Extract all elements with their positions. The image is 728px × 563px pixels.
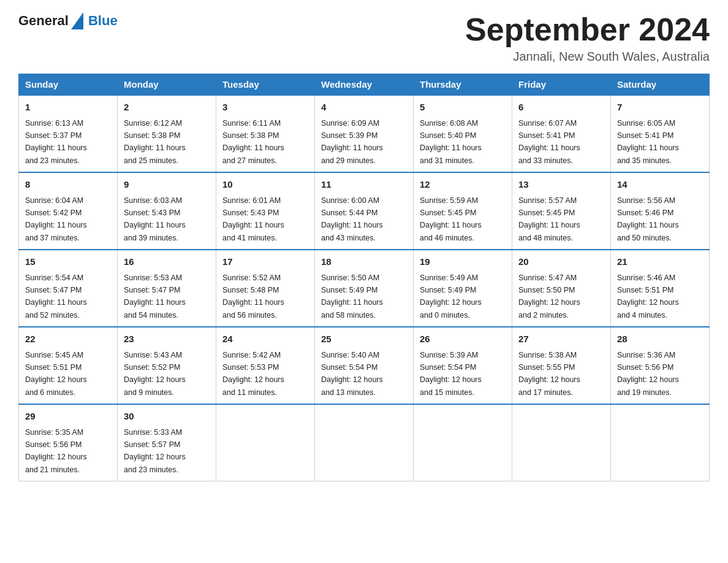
day-info: Sunrise: 5:59 AMSunset: 5:45 PMDaylight:… bbox=[420, 196, 482, 242]
day-number: 12 bbox=[420, 178, 506, 192]
logo: General Blue bbox=[18, 12, 118, 29]
calendar-cell bbox=[216, 404, 315, 481]
day-number: 16 bbox=[124, 255, 210, 269]
day-number: 10 bbox=[222, 178, 308, 192]
header-thursday: Thursday bbox=[414, 74, 512, 96]
day-number: 28 bbox=[617, 332, 703, 347]
calendar-cell: 25 Sunrise: 5:40 AMSunset: 5:54 PMDaylig… bbox=[315, 327, 414, 404]
day-number: 5 bbox=[420, 101, 506, 115]
day-number: 3 bbox=[222, 101, 308, 115]
title-block: September 2024 Jannali, New South Wales,… bbox=[465, 12, 710, 64]
header-tuesday: Tuesday bbox=[216, 74, 315, 96]
calendar-cell: 22 Sunrise: 5:45 AMSunset: 5:51 PMDaylig… bbox=[19, 327, 118, 404]
calendar-cell: 17 Sunrise: 5:52 AMSunset: 5:48 PMDaylig… bbox=[216, 250, 315, 327]
day-info: Sunrise: 5:38 AMSunset: 5:55 PMDaylight:… bbox=[518, 351, 580, 397]
day-info: Sunrise: 6:07 AMSunset: 5:41 PMDaylight:… bbox=[518, 119, 580, 165]
day-info: Sunrise: 5:45 AMSunset: 5:51 PMDaylight:… bbox=[25, 351, 87, 397]
day-info: Sunrise: 5:33 AMSunset: 5:57 PMDaylight:… bbox=[124, 428, 186, 474]
calendar-cell: 9 Sunrise: 6:03 AMSunset: 5:43 PMDayligh… bbox=[118, 172, 216, 250]
header-saturday: Saturday bbox=[611, 74, 710, 96]
day-number: 27 bbox=[518, 332, 604, 347]
day-number: 7 bbox=[617, 101, 703, 115]
calendar-cell: 20 Sunrise: 5:47 AMSunset: 5:50 PMDaylig… bbox=[512, 250, 611, 327]
calendar-cell: 29 Sunrise: 5:35 AMSunset: 5:56 PMDaylig… bbox=[19, 404, 118, 481]
day-number: 18 bbox=[321, 255, 407, 269]
day-number: 17 bbox=[222, 255, 308, 269]
calendar-cell: 14 Sunrise: 5:56 AMSunset: 5:46 PMDaylig… bbox=[611, 172, 710, 250]
calendar-cell: 12 Sunrise: 5:59 AMSunset: 5:45 PMDaylig… bbox=[414, 172, 512, 250]
day-number: 4 bbox=[321, 101, 407, 115]
calendar-cell: 4 Sunrise: 6:09 AMSunset: 5:39 PMDayligh… bbox=[315, 95, 414, 172]
logo-triangle-icon bbox=[71, 12, 83, 29]
calendar-cell: 26 Sunrise: 5:39 AMSunset: 5:54 PMDaylig… bbox=[414, 327, 512, 404]
header-friday: Friday bbox=[512, 74, 611, 96]
day-number: 26 bbox=[420, 332, 506, 347]
calendar-header-row: SundayMondayTuesdayWednesdayThursdayFrid… bbox=[19, 74, 710, 96]
calendar-cell: 8 Sunrise: 6:04 AMSunset: 5:42 PMDayligh… bbox=[19, 172, 118, 250]
calendar-cell: 21 Sunrise: 5:46 AMSunset: 5:51 PMDaylig… bbox=[611, 250, 710, 327]
day-number: 24 bbox=[222, 332, 308, 347]
day-info: Sunrise: 5:39 AMSunset: 5:54 PMDaylight:… bbox=[420, 351, 482, 397]
calendar-cell: 28 Sunrise: 5:36 AMSunset: 5:56 PMDaylig… bbox=[611, 327, 710, 404]
day-number: 30 bbox=[124, 410, 210, 424]
calendar-cell: 5 Sunrise: 6:08 AMSunset: 5:40 PMDayligh… bbox=[414, 95, 512, 172]
week-row-2: 8 Sunrise: 6:04 AMSunset: 5:42 PMDayligh… bbox=[19, 172, 710, 250]
svg-marker-0 bbox=[71, 12, 83, 29]
day-number: 6 bbox=[518, 101, 604, 115]
calendar-cell: 16 Sunrise: 5:53 AMSunset: 5:47 PMDaylig… bbox=[118, 250, 216, 327]
day-info: Sunrise: 5:36 AMSunset: 5:56 PMDaylight:… bbox=[617, 351, 679, 397]
calendar-cell: 6 Sunrise: 6:07 AMSunset: 5:41 PMDayligh… bbox=[512, 95, 611, 172]
calendar-cell: 11 Sunrise: 6:00 AMSunset: 5:44 PMDaylig… bbox=[315, 172, 414, 250]
calendar-table: SundayMondayTuesdayWednesdayThursdayFrid… bbox=[18, 74, 710, 481]
day-number: 14 bbox=[617, 178, 703, 192]
calendar-cell bbox=[315, 404, 414, 481]
day-info: Sunrise: 5:54 AMSunset: 5:47 PMDaylight:… bbox=[25, 274, 87, 320]
day-info: Sunrise: 5:50 AMSunset: 5:49 PMDaylight:… bbox=[321, 274, 383, 320]
calendar-cell: 10 Sunrise: 6:01 AMSunset: 5:43 PMDaylig… bbox=[216, 172, 315, 250]
calendar-cell bbox=[512, 404, 611, 481]
day-number: 20 bbox=[518, 255, 604, 269]
week-row-1: 1 Sunrise: 6:13 AMSunset: 5:37 PMDayligh… bbox=[19, 95, 710, 172]
week-row-4: 22 Sunrise: 5:45 AMSunset: 5:51 PMDaylig… bbox=[19, 327, 710, 404]
day-info: Sunrise: 6:01 AMSunset: 5:43 PMDaylight:… bbox=[222, 196, 284, 242]
day-info: Sunrise: 5:52 AMSunset: 5:48 PMDaylight:… bbox=[222, 274, 284, 320]
calendar-cell: 27 Sunrise: 5:38 AMSunset: 5:55 PMDaylig… bbox=[512, 327, 611, 404]
location-subtitle: Jannali, New South Wales, Australia bbox=[465, 50, 710, 64]
day-number: 9 bbox=[124, 178, 210, 192]
day-info: Sunrise: 5:49 AMSunset: 5:49 PMDaylight:… bbox=[420, 274, 482, 320]
day-number: 29 bbox=[25, 410, 111, 424]
day-info: Sunrise: 5:42 AMSunset: 5:53 PMDaylight:… bbox=[222, 351, 284, 397]
day-number: 11 bbox=[321, 178, 407, 192]
day-info: Sunrise: 5:47 AMSunset: 5:50 PMDaylight:… bbox=[518, 274, 580, 320]
week-row-3: 15 Sunrise: 5:54 AMSunset: 5:47 PMDaylig… bbox=[19, 250, 710, 327]
calendar-cell: 3 Sunrise: 6:11 AMSunset: 5:38 PMDayligh… bbox=[216, 95, 315, 172]
logo-text-blue: Blue bbox=[88, 13, 118, 29]
day-info: Sunrise: 5:53 AMSunset: 5:47 PMDaylight:… bbox=[124, 274, 186, 320]
calendar-cell bbox=[414, 404, 512, 481]
calendar-cell bbox=[611, 404, 710, 481]
calendar-cell: 7 Sunrise: 6:05 AMSunset: 5:41 PMDayligh… bbox=[611, 95, 710, 172]
logo-text-general: General bbox=[18, 13, 69, 29]
day-info: Sunrise: 6:11 AMSunset: 5:38 PMDaylight:… bbox=[222, 119, 284, 165]
header-monday: Monday bbox=[118, 74, 216, 96]
header-wednesday: Wednesday bbox=[315, 74, 414, 96]
day-info: Sunrise: 5:56 AMSunset: 5:46 PMDaylight:… bbox=[617, 196, 679, 242]
day-number: 8 bbox=[25, 178, 111, 192]
day-number: 13 bbox=[518, 178, 604, 192]
day-number: 1 bbox=[25, 101, 111, 115]
day-info: Sunrise: 6:12 AMSunset: 5:38 PMDaylight:… bbox=[124, 119, 186, 165]
calendar-cell: 19 Sunrise: 5:49 AMSunset: 5:49 PMDaylig… bbox=[414, 250, 512, 327]
day-info: Sunrise: 6:04 AMSunset: 5:42 PMDaylight:… bbox=[25, 196, 87, 242]
day-info: Sunrise: 5:46 AMSunset: 5:51 PMDaylight:… bbox=[617, 274, 679, 320]
header-sunday: Sunday bbox=[19, 74, 118, 96]
calendar-cell: 23 Sunrise: 5:43 AMSunset: 5:52 PMDaylig… bbox=[118, 327, 216, 404]
calendar-cell: 13 Sunrise: 5:57 AMSunset: 5:45 PMDaylig… bbox=[512, 172, 611, 250]
day-number: 2 bbox=[124, 101, 210, 115]
day-info: Sunrise: 6:08 AMSunset: 5:40 PMDaylight:… bbox=[420, 119, 482, 165]
day-info: Sunrise: 5:35 AMSunset: 5:56 PMDaylight:… bbox=[25, 428, 87, 474]
day-number: 23 bbox=[124, 332, 210, 347]
calendar-cell: 24 Sunrise: 5:42 AMSunset: 5:53 PMDaylig… bbox=[216, 327, 315, 404]
day-info: Sunrise: 5:43 AMSunset: 5:52 PMDaylight:… bbox=[124, 351, 186, 397]
calendar-cell: 15 Sunrise: 5:54 AMSunset: 5:47 PMDaylig… bbox=[19, 250, 118, 327]
day-info: Sunrise: 6:00 AMSunset: 5:44 PMDaylight:… bbox=[321, 196, 383, 242]
